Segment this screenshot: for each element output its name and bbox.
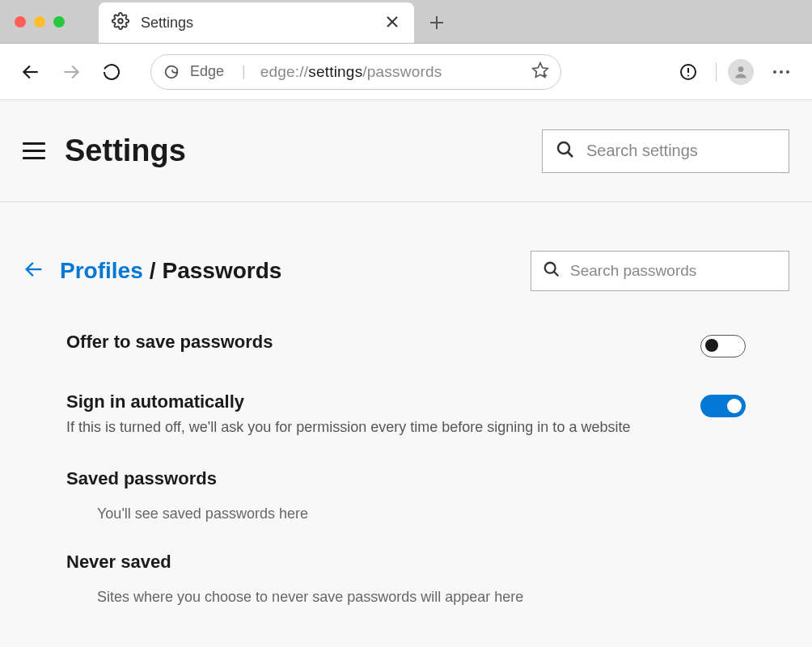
browser-tab[interactable]: Settings bbox=[99, 2, 414, 43]
window-controls bbox=[15, 16, 65, 27]
settings-search-input[interactable] bbox=[586, 142, 791, 160]
refresh-button[interactable] bbox=[95, 56, 128, 88]
breadcrumb-current: Passwords bbox=[162, 258, 281, 284]
tab-title: Settings bbox=[141, 15, 372, 32]
toolbar-separator bbox=[716, 62, 717, 82]
window-close-button[interactable] bbox=[15, 16, 26, 27]
page-title: Settings bbox=[65, 133, 522, 168]
svg-point-13 bbox=[738, 66, 744, 72]
inprivate-icon[interactable] bbox=[672, 56, 704, 88]
address-separator: | bbox=[242, 63, 246, 80]
window-minimize-button[interactable] bbox=[34, 16, 45, 27]
never-saved-empty-text: Sites where you choose to never save pas… bbox=[23, 589, 789, 606]
setting-title: Offer to save passwords bbox=[66, 332, 700, 353]
offer-save-passwords-toggle[interactable] bbox=[700, 335, 746, 357]
setting-description: If this is turned off, we'll ask you for… bbox=[66, 419, 700, 436]
passwords-search-box[interactable] bbox=[531, 251, 789, 291]
address-brand-label: Edge bbox=[190, 63, 224, 80]
search-icon bbox=[556, 140, 575, 163]
favorite-button[interactable] bbox=[531, 61, 549, 82]
hamburger-menu-button[interactable] bbox=[23, 142, 45, 160]
saved-passwords-heading: Saved passwords bbox=[23, 468, 789, 489]
settings-header: Settings bbox=[0, 100, 812, 202]
nav-forward-button[interactable] bbox=[55, 56, 87, 88]
svg-point-0 bbox=[118, 19, 123, 23]
url-scheme: edge:// bbox=[260, 63, 309, 80]
profile-avatar[interactable] bbox=[728, 59, 754, 85]
svg-point-17 bbox=[545, 263, 556, 273]
breadcrumb-parent-link[interactable]: Profiles bbox=[60, 258, 143, 284]
breadcrumb-separator: / bbox=[150, 258, 156, 284]
setting-title: Sign in automatically bbox=[66, 391, 700, 412]
address-url: edge://settings/passwords bbox=[260, 63, 442, 81]
window-maximize-button[interactable] bbox=[53, 16, 65, 27]
svg-point-12 bbox=[687, 74, 689, 76]
new-tab-button[interactable] bbox=[421, 6, 453, 39]
browser-toolbar: Edge | edge://settings/passwords bbox=[0, 44, 812, 100]
browser-tab-strip: Settings bbox=[0, 0, 812, 44]
setting-auto-signin: Sign in automatically If this is turned … bbox=[23, 391, 789, 436]
breadcrumb: Profiles / Passwords bbox=[60, 258, 516, 284]
search-icon bbox=[543, 260, 560, 281]
url-path-rest: /passwords bbox=[362, 63, 442, 80]
passwords-search-input[interactable] bbox=[570, 262, 777, 280]
gear-icon bbox=[112, 12, 129, 33]
edge-logo-icon bbox=[163, 63, 180, 81]
svg-line-15 bbox=[568, 152, 573, 157]
svg-point-14 bbox=[558, 142, 569, 154]
url-path-bold: settings bbox=[308, 63, 362, 80]
settings-search-box[interactable] bbox=[542, 129, 789, 173]
auto-signin-toggle[interactable] bbox=[700, 395, 746, 417]
never-saved-heading: Never saved bbox=[23, 552, 789, 573]
address-bar[interactable]: Edge | edge://settings/passwords bbox=[150, 54, 561, 90]
more-menu-button[interactable] bbox=[765, 56, 797, 88]
breadcrumb-back-button[interactable] bbox=[23, 258, 45, 284]
setting-offer-save-passwords: Offer to save passwords bbox=[23, 332, 789, 359]
settings-content: Profiles / Passwords Offer to save passw… bbox=[0, 202, 812, 606]
nav-back-button[interactable] bbox=[15, 56, 47, 88]
close-tab-button[interactable] bbox=[383, 11, 401, 35]
saved-passwords-empty-text: You'll see saved passwords here bbox=[23, 505, 789, 522]
svg-line-18 bbox=[554, 272, 559, 277]
